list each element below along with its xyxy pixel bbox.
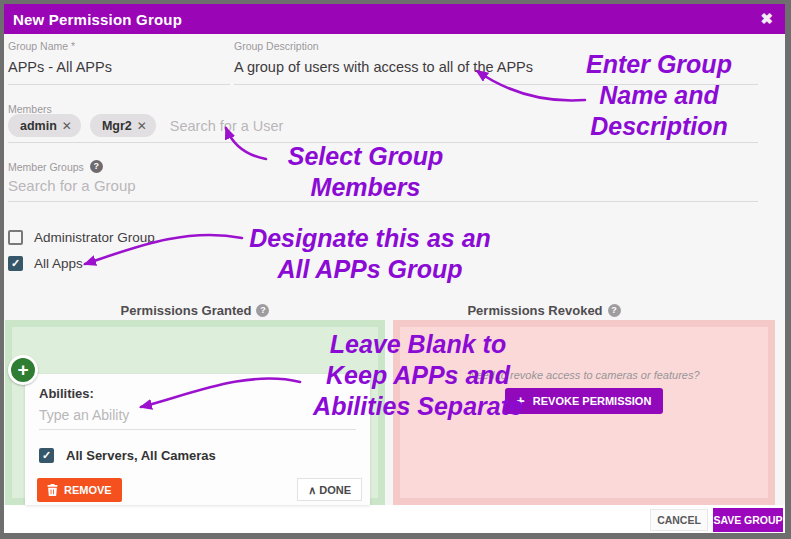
trash-icon [47, 484, 58, 496]
cancel-button[interactable]: CANCEL [650, 509, 708, 531]
permissions-revoked-panel: Need to revoke access to cameras or feat… [393, 320, 775, 505]
new-permission-group-dialog: New Permission Group ✖ Group Name * APPs… [4, 4, 785, 533]
abilities-label: Abilities: [39, 386, 94, 401]
remove-button[interactable]: REMOVE [37, 478, 122, 502]
members-chips-row: admin ✕ Mgr2 ✕ Search for a User [8, 114, 283, 137]
dialog-footer: CANCEL SAVE GROUP [4, 505, 785, 533]
group-name-value[interactable]: APPs - All APPs [8, 59, 230, 75]
chip-remove-icon[interactable]: ✕ [62, 119, 72, 133]
remove-button-label: REMOVE [64, 484, 112, 496]
member-groups-label: Member Groups [8, 161, 84, 173]
all-apps-label: All Apps [34, 256, 83, 271]
done-button-label: DONE [319, 484, 351, 496]
members-underline [8, 142, 758, 143]
checkbox-checked-icon[interactable]: ✓ [39, 448, 54, 463]
revoke-button-label: REVOKE PERMISSION [533, 395, 652, 407]
administrator-group-checkbox-row[interactable]: Administrator Group [8, 228, 155, 246]
group-name-field[interactable]: Group Name * APPs - All APPs [8, 40, 230, 85]
revoke-prompt: Need to revoke access to cameras or feat… [468, 369, 699, 381]
close-icon[interactable]: ✖ [760, 9, 773, 29]
help-icon[interactable]: ? [256, 304, 269, 317]
all-servers-label: All Servers, All Cameras [66, 448, 216, 463]
group-description-field[interactable]: Group Description A group of users with … [234, 40, 758, 85]
checkbox-unchecked-icon[interactable] [8, 230, 23, 245]
member-groups-label-row: Member Groups ? [8, 160, 103, 173]
permissions-granted-header: Permissions Granted ? [4, 303, 386, 318]
user-search-input[interactable]: Search for a User [170, 118, 284, 134]
card-divider [39, 429, 356, 430]
member-groups-underline [8, 201, 758, 202]
chip-remove-icon[interactable]: ✕ [137, 119, 147, 133]
group-description-label: Group Description [234, 40, 758, 52]
screenshot-frame: New Permission Group ✖ Group Name * APPs… [0, 0, 791, 539]
all-apps-checkbox-row[interactable]: ✓ All Apps [8, 254, 83, 272]
help-icon[interactable]: ? [608, 304, 621, 317]
annotation-select-members: Select Group Members [268, 141, 463, 203]
permissions-granted-title: Permissions Granted [121, 303, 252, 318]
save-group-button[interactable]: SAVE GROUP [713, 508, 783, 532]
add-permission-button[interactable]: + [8, 355, 38, 385]
all-servers-checkbox-row[interactable]: ✓ All Servers, All Cameras [39, 448, 216, 463]
revoke-permission-button[interactable]: + REVOKE PERMISSION [505, 388, 664, 414]
group-name-label: Group Name * [8, 40, 230, 52]
checkbox-checked-icon[interactable]: ✓ [8, 256, 23, 271]
page-title: New Permission Group [13, 11, 182, 28]
member-chip-mgr2[interactable]: Mgr2 ✕ [90, 114, 156, 137]
annotation-designate: Designate this as an All APPs Group [234, 223, 506, 285]
ability-card: Abilities: Type an Ability ✓ All Servers… [25, 374, 370, 505]
member-chip-name: Mgr2 [102, 119, 132, 133]
permissions-revoked-title: Permissions Revoked [467, 303, 602, 318]
member-chip-admin[interactable]: admin ✕ [8, 114, 81, 137]
plus-icon: + [517, 396, 525, 406]
administrator-group-label: Administrator Group [34, 230, 155, 245]
ability-input[interactable]: Type an Ability [39, 407, 129, 423]
done-button[interactable]: ∧ DONE [297, 478, 362, 501]
chevron-up-icon: ∧ [308, 485, 316, 495]
group-search-input[interactable]: Search for a Group [8, 177, 136, 194]
dialog-header: New Permission Group ✖ [4, 4, 785, 34]
group-description-value[interactable]: A group of users with access to all of t… [234, 59, 758, 75]
member-chip-name: admin [20, 119, 57, 133]
help-icon[interactable]: ? [90, 160, 103, 173]
permissions-revoked-header: Permissions Revoked ? [393, 303, 695, 318]
